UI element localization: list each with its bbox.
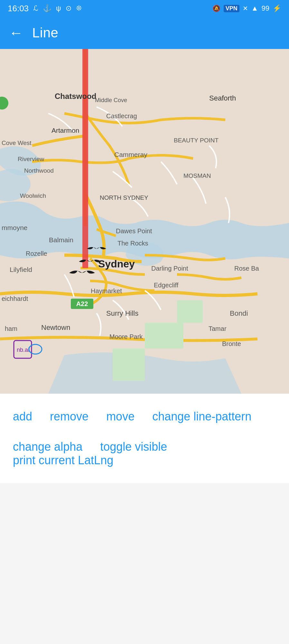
vpn-badge: VPN (224, 5, 239, 12)
svg-text:mmoyne: mmoyne (2, 224, 28, 231)
status-bar: 16:03 ℒ ⚓ ψ ⊙ ❊ 🔕 VPN ✕ ▲ 99 ⚡ (0, 0, 289, 17)
svg-text:Haymarket: Haymarket (91, 287, 122, 294)
page-title: Line (32, 25, 58, 41)
svg-text:Lilyfield: Lilyfield (10, 266, 32, 273)
svg-text:Castlecrag: Castlecrag (106, 112, 137, 120)
back-button[interactable]: ← (9, 26, 23, 40)
actions-row-1: add remove move change line-pattern (13, 410, 276, 423)
svg-text:Tamar: Tamar (209, 325, 227, 332)
svg-text:MOSMAN: MOSMAN (183, 172, 211, 179)
svg-text:eichhardt: eichhardt (2, 295, 28, 302)
close-icon: ✕ (243, 5, 248, 12)
map-container[interactable]: A22 nb.ai Chatswood Seaforth Castlecrag … (0, 49, 289, 394)
status-bar-left: 16:03 ℒ ⚓ ψ ⊙ ❊ (8, 4, 82, 14)
actions-area: add remove move change line-pattern chan… (0, 394, 289, 483)
svg-text:Bronte: Bronte (222, 340, 241, 347)
print-latlng-button[interactable]: print current LatLng (13, 454, 113, 467)
svg-text:Rose Ba: Rose Ba (234, 265, 259, 272)
svg-text:Woolwich: Woolwich (20, 192, 46, 199)
svg-text:Riverview: Riverview (18, 156, 44, 162)
svg-text:Middle Cove: Middle Cove (95, 97, 127, 103)
svg-text:Northwood: Northwood (24, 167, 54, 174)
svg-rect-2 (177, 300, 203, 323)
svg-text:ham: ham (5, 325, 17, 332)
move-button[interactable]: move (106, 410, 152, 423)
svg-text:Darling Point: Darling Point (151, 265, 188, 272)
toggle-visible-button[interactable]: toggle visible (100, 440, 185, 454)
svg-text:Sydney: Sydney (98, 258, 135, 270)
status-time: 16:03 (8, 4, 29, 14)
battery-text: 99 (262, 4, 269, 13)
signal-icon: ℒ (33, 4, 38, 13)
svg-rect-3 (145, 323, 183, 349)
network-icon: ψ (56, 4, 61, 13)
svg-text:Edgecliff: Edgecliff (154, 282, 179, 289)
map-svg: A22 nb.ai Chatswood Seaforth Castlecrag … (0, 49, 289, 394)
usb-icon: ⚓ (43, 4, 51, 13)
actions-row-2: change alpha toggle visible print curren… (13, 440, 276, 467)
wifi-icon: ▲ (251, 4, 258, 13)
svg-text:A22: A22 (76, 300, 88, 307)
status-bar-right: 🔕 VPN ✕ ▲ 99 ⚡ (212, 4, 281, 13)
svg-text:The Rocks: The Rocks (117, 240, 148, 247)
svg-text:Dawes Point: Dawes Point (116, 227, 152, 235)
app-bar: ← Line (0, 17, 289, 49)
svg-text:BEAUTY POINT: BEAUTY POINT (174, 137, 219, 144)
add-button[interactable]: add (13, 410, 50, 423)
battery-icon: ⚡ (273, 4, 281, 13)
fan-icon: ❊ (76, 4, 82, 13)
svg-text:Chatswood: Chatswood (55, 92, 96, 101)
svg-text:Seaforth: Seaforth (209, 94, 236, 102)
svg-text:Rozelle: Rozelle (26, 250, 47, 257)
empty-area (0, 483, 289, 644)
svg-text:Balmain: Balmain (49, 236, 73, 244)
svg-text:Newtown: Newtown (41, 323, 70, 332)
svg-text:Surry Hills: Surry Hills (106, 309, 138, 317)
change-line-pattern-button[interactable]: change line-pattern (152, 410, 251, 423)
svg-text:Cammeray: Cammeray (114, 151, 147, 158)
shield-icon: ⊙ (66, 4, 71, 13)
svg-text:nb.ai: nb.ai (17, 347, 29, 353)
svg-rect-4 (113, 349, 145, 381)
svg-text:Artarmon: Artarmon (51, 127, 79, 134)
svg-text:Moore Park: Moore Park (109, 333, 143, 340)
remove-button[interactable]: remove (50, 410, 106, 423)
mute-icon: 🔕 (212, 5, 220, 12)
svg-text:Bondi: Bondi (230, 309, 248, 317)
change-alpha-button[interactable]: change alpha (13, 440, 100, 454)
svg-text:Cove West: Cove West (2, 139, 32, 146)
svg-text:NORTH SYDNEY: NORTH SYDNEY (100, 194, 148, 201)
